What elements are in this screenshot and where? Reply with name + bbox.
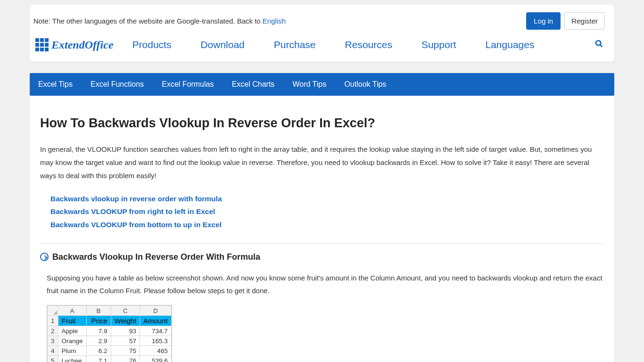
arrow-right-circle-icon bbox=[40, 253, 49, 261]
excel-col-D: D bbox=[140, 306, 172, 316]
main-nav: Products Download Purchase Resources Sup… bbox=[132, 39, 595, 50]
excel-header-price: Price bbox=[86, 316, 111, 326]
login-button[interactable]: Log in bbox=[526, 12, 561, 30]
nav-resources[interactable]: Resources bbox=[345, 39, 392, 50]
table-row: 5 Lychee 7.1 76 539.6 bbox=[48, 356, 172, 362]
logo-text: ExtendOffice bbox=[51, 39, 114, 51]
excel-col-B: B bbox=[86, 306, 111, 316]
subnav-excel-charts[interactable]: Excel Charts bbox=[232, 80, 275, 88]
toc-link-3[interactable]: Backwards VLOOKUP from bottom to up in E… bbox=[50, 218, 604, 231]
excel-header-fruit: Fruit bbox=[58, 316, 86, 326]
excel-header-weight: Weight bbox=[111, 316, 140, 326]
excel-row-1: 1 bbox=[48, 316, 58, 326]
notice-text: Note: The other languages of the website… bbox=[33, 17, 263, 25]
nav-purchase[interactable]: Purchase bbox=[274, 39, 316, 50]
search-icon[interactable] bbox=[595, 40, 603, 50]
table-row: 3 Orange 2.9 57 165.3 bbox=[48, 336, 172, 346]
excel-screenshot: A B C D 1 Fruit Price Weight Amount 2 bbox=[47, 305, 172, 362]
toc-link-2[interactable]: Backwards VLOOKUP from right to left in … bbox=[50, 205, 604, 218]
subnav-excel-tips[interactable]: Excel Tips bbox=[38, 80, 73, 88]
subnav-word-tips[interactable]: Word Tips bbox=[293, 80, 327, 88]
nav-support[interactable]: Support bbox=[421, 39, 456, 50]
page-title: How To Backwards Vlookup In Reverse Orde… bbox=[40, 116, 604, 131]
logo[interactable]: ExtendOffice bbox=[35, 38, 114, 51]
table-of-contents: Backwards vlookup in reverse order with … bbox=[40, 192, 604, 230]
section-heading: Backwards Vlookup In Reverse Order With … bbox=[52, 252, 260, 262]
notice-bar: Note: The other languages of the website… bbox=[30, 5, 614, 30]
sub-nav: Excel Tips Excel Functions Excel Formula… bbox=[30, 73, 614, 96]
notice-english-link[interactable]: English bbox=[263, 17, 286, 25]
excel-col-C: C bbox=[111, 306, 140, 316]
table-row: 2 Apple 7.9 93 734.7 bbox=[48, 326, 172, 336]
excel-select-all-corner bbox=[48, 306, 58, 316]
excel-header-amount: Amount bbox=[140, 316, 172, 326]
register-button[interactable]: Register bbox=[564, 12, 605, 30]
subnav-excel-formulas[interactable]: Excel Formulas bbox=[162, 80, 214, 88]
subnav-outlook-tips[interactable]: Outlook Tips bbox=[344, 80, 386, 88]
table-row: 4 Plum 6.2 75 465 bbox=[48, 346, 172, 356]
intro-paragraph: In general, the VLOOKUP function searche… bbox=[40, 143, 604, 182]
logo-grid-icon bbox=[35, 38, 49, 51]
divider bbox=[40, 243, 604, 244]
nav-languages[interactable]: Languages bbox=[485, 39, 534, 50]
nav-products[interactable]: Products bbox=[132, 39, 172, 50]
excel-col-A: A bbox=[58, 306, 86, 316]
section-body: Supposing you have a table as below scre… bbox=[47, 272, 604, 298]
nav-download[interactable]: Download bbox=[200, 39, 244, 50]
subnav-excel-functions[interactable]: Excel Functions bbox=[91, 80, 144, 88]
toc-link-1[interactable]: Backwards vlookup in reverse order with … bbox=[50, 192, 604, 205]
